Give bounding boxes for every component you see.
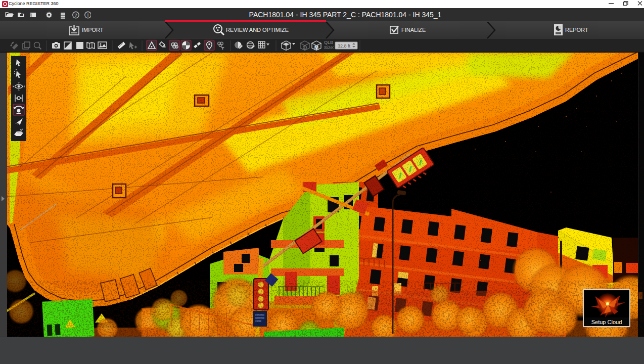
svg-text:32.8 ft: 32.8 ft [338,43,351,49]
svg-text:QLB: QLB [324,40,333,45]
svg-text:FINALIZE: FINALIZE [401,27,426,33]
svg-text:REVIEW AND OPTIMIZE: REVIEW AND OPTIMIZE [226,27,289,33]
svg-text:REPORT: REPORT [565,27,588,33]
svg-text:M: M [314,45,318,51]
svg-text:IMPORT: IMPORT [82,27,104,33]
svg-text:Size:: Size: [324,45,334,50]
